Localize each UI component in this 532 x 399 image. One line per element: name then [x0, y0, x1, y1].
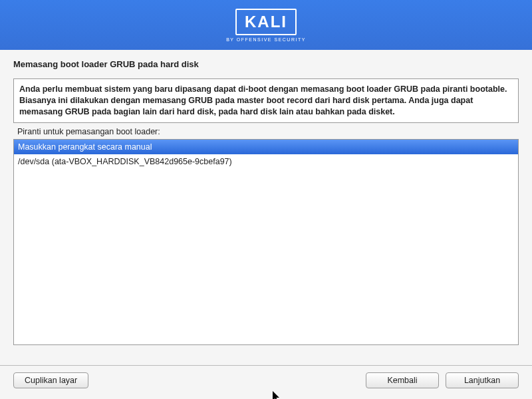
- logo-frame: KALI: [235, 9, 297, 35]
- continue-button[interactable]: Lanjutkan: [446, 372, 519, 388]
- instruction-text: Anda perlu membuat sistem yang baru dipa…: [13, 78, 519, 123]
- screenshot-button[interactable]: Cuplikan layar: [13, 372, 88, 388]
- logo-text: KALI: [245, 13, 287, 31]
- back-button[interactable]: Kembali: [366, 372, 439, 388]
- device-option-sda[interactable]: /dev/sda (ata-VBOX_HARDDISK_VB842d965e-9…: [14, 154, 518, 169]
- kali-logo: KALI BY OFFENSIVE SECURITY: [226, 9, 306, 42]
- header-banner: KALI BY OFFENSIVE SECURITY: [0, 0, 532, 50]
- footer-bar: Cuplikan layar Kembali Lanjutkan: [0, 365, 532, 399]
- device-field-label: Piranti untuk pemasangan boot loader:: [17, 127, 519, 136]
- device-list[interactable]: Masukkan perangkat secara manual /dev/sd…: [13, 139, 519, 345]
- logo-subtitle: BY OFFENSIVE SECURITY: [226, 37, 306, 42]
- device-option-manual[interactable]: Masukkan perangkat secara manual: [14, 140, 518, 154]
- content-area: Memasang boot loader GRUB pada hard disk…: [0, 50, 532, 345]
- footer-right-group: Kembali Lanjutkan: [366, 372, 519, 388]
- page-title: Memasang boot loader GRUB pada hard disk: [13, 59, 519, 69]
